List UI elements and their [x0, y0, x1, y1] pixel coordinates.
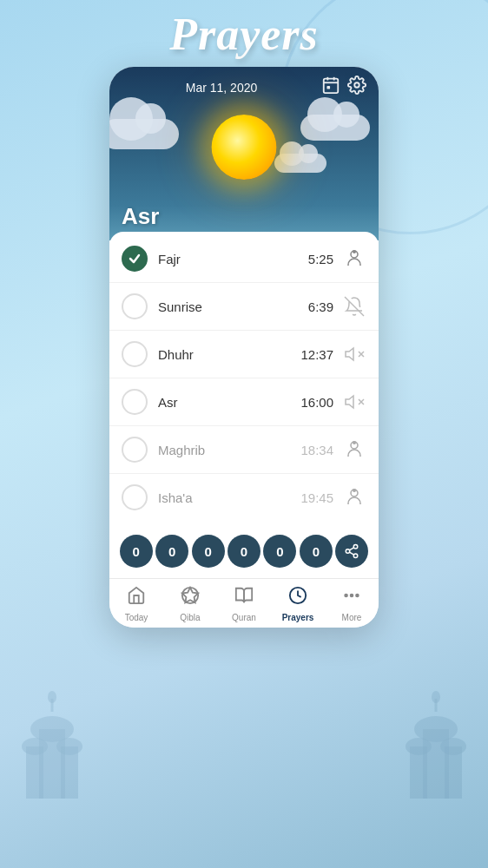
- prayer-check-asr[interactable]: [122, 389, 148, 415]
- bottom-nav: Today Qibla Quran: [109, 578, 379, 628]
- svg-line-39: [350, 548, 354, 550]
- prayer-list: Fajr 5:25 Sunrise 6:39: [109, 232, 379, 524]
- prayer-icon-asr[interactable]: [342, 390, 366, 414]
- prayer-time-fajr: 5:25: [308, 252, 333, 266]
- share-button[interactable]: [335, 535, 368, 568]
- svg-point-4: [22, 738, 48, 755]
- qibla-icon: [181, 586, 200, 610]
- prayer-icon-fajr[interactable]: [342, 247, 366, 271]
- nav-item-prayers[interactable]: Prayers: [271, 586, 325, 622]
- prayer-time-maghrib: 18:34: [300, 443, 333, 457]
- nav-label-qibla: Qibla: [180, 613, 200, 622]
- prayer-name-sunrise: Sunrise: [158, 299, 308, 314]
- prayer-row-fajr[interactable]: Fajr 5:25: [109, 235, 379, 283]
- cloud-right: [300, 115, 370, 141]
- prayers-nav-icon: [288, 586, 307, 610]
- more-icon: [342, 586, 361, 610]
- prayer-name-asr: Asr: [158, 395, 300, 410]
- prayer-icon-dhuhr[interactable]: [342, 342, 366, 366]
- quran-icon: [234, 586, 254, 610]
- mosque-left-decoration: [0, 625, 104, 799]
- nav-label-quran: Quran: [232, 613, 256, 622]
- nav-item-today[interactable]: Today: [109, 586, 163, 622]
- svg-point-23: [353, 250, 356, 253]
- prayer-check-fajr[interactable]: [122, 246, 148, 272]
- svg-point-7: [48, 691, 56, 703]
- prayer-row-asr[interactable]: Asr 16:00: [109, 378, 379, 426]
- prayer-row-ishaa[interactable]: Isha'a 19:45: [109, 474, 379, 521]
- prayer-name-dhuhr: Dhuhr: [158, 347, 300, 362]
- prayer-time-dhuhr: 12:37: [300, 347, 333, 362]
- nav-item-more[interactable]: More: [325, 586, 379, 622]
- svg-line-24: [345, 297, 364, 316]
- prayer-time-asr: 16:00: [300, 395, 333, 410]
- svg-point-34: [353, 489, 356, 492]
- svg-point-44: [351, 595, 353, 597]
- svg-point-45: [356, 595, 359, 597]
- svg-point-35: [353, 545, 358, 549]
- prayer-icon-maghrib[interactable]: [342, 437, 366, 462]
- svg-marker-25: [346, 348, 353, 360]
- svg-rect-16: [324, 79, 339, 94]
- sky-header: Mar 11, 2020 Asr: [109, 67, 379, 240]
- svg-marker-28: [346, 396, 353, 408]
- cloud-left: [109, 119, 179, 149]
- prayer-check-maghrib[interactable]: [122, 437, 148, 463]
- mosque-right-decoration: [384, 625, 488, 799]
- svg-point-36: [346, 549, 350, 554]
- header-bar: Mar 11, 2020: [109, 67, 379, 104]
- sun-graphic: [212, 115, 277, 180]
- prayer-name-ishaa: Isha'a: [158, 490, 300, 505]
- prayer-icon-ishaa[interactable]: [342, 485, 366, 510]
- prayer-name-maghrib: Maghrib: [158, 443, 300, 457]
- svg-point-15: [432, 691, 440, 703]
- svg-point-37: [353, 554, 358, 558]
- home-icon: [127, 586, 146, 610]
- prayer-check-ishaa[interactable]: [122, 484, 148, 510]
- nav-item-quran[interactable]: Quran: [217, 586, 271, 622]
- prayer-time-sunrise: 6:39: [308, 299, 333, 314]
- prayer-icon-sunrise[interactable]: [342, 294, 366, 319]
- prayer-name-fajr: Fajr: [158, 252, 308, 266]
- counter-btn-2[interactable]: 0: [155, 535, 188, 568]
- prayer-check-dhuhr[interactable]: [122, 341, 148, 367]
- svg-point-21: [354, 82, 359, 88]
- settings-icon[interactable]: [347, 76, 366, 99]
- counter-btn-6[interactable]: 0: [300, 535, 333, 568]
- counter-btn-3[interactable]: 0: [192, 535, 225, 568]
- nav-label-prayers: Prayers: [282, 613, 314, 622]
- prayer-row-maghrib[interactable]: Maghrib 18:34: [109, 426, 379, 474]
- counter-btn-5[interactable]: 0: [263, 535, 296, 568]
- date-display: Mar 11, 2020: [122, 81, 321, 95]
- cloud-small: [274, 154, 326, 173]
- svg-point-5: [56, 738, 82, 755]
- prayer-time-ishaa: 19:45: [300, 490, 333, 505]
- current-prayer-label: Asr: [122, 203, 159, 230]
- prayer-row-sunrise[interactable]: Sunrise 6:39: [109, 283, 379, 331]
- counter-btn-4[interactable]: 0: [228, 535, 260, 568]
- calendar-icon[interactable]: [321, 76, 340, 99]
- nav-label-today: Today: [125, 613, 148, 622]
- counter-row: 0 0 0 0 0 0: [109, 524, 379, 578]
- svg-point-12: [406, 738, 432, 755]
- svg-point-13: [440, 738, 466, 755]
- svg-rect-20: [326, 86, 330, 89]
- prayer-row-dhuhr[interactable]: Dhuhr 12:37: [109, 331, 379, 378]
- phone-card: Mar 11, 2020 Asr: [109, 67, 379, 628]
- nav-label-more: More: [342, 613, 362, 622]
- svg-line-38: [350, 552, 354, 555]
- counter-btn-1[interactable]: 0: [120, 535, 153, 568]
- svg-point-32: [353, 441, 356, 444]
- svg-point-43: [345, 595, 347, 597]
- nav-item-qibla[interactable]: Qibla: [163, 586, 217, 622]
- prayer-check-sunrise[interactable]: [122, 293, 148, 319]
